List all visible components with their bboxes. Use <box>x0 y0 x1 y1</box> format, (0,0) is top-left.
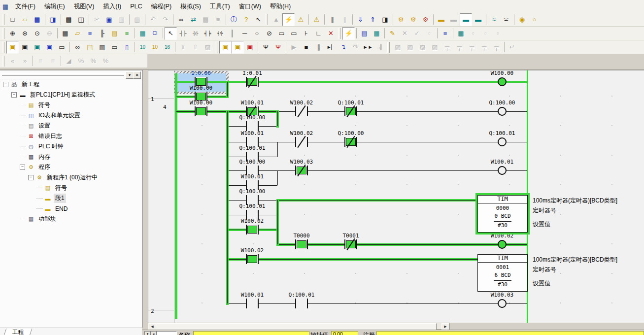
gray-diff-button[interactable]: ▨ <box>202 41 214 54</box>
tr-bit-button[interactable]: ⊦ <box>300 27 312 40</box>
contact-nc-Q10001[interactable] <box>344 106 357 116</box>
tree-drag-handle[interactable] <box>2 73 124 76</box>
ci-view-button[interactable]: CI <box>149 27 161 40</box>
contact-no-Q10000[interactable] <box>246 121 259 131</box>
scroll-left-button[interactable]: ◀ <box>148 323 156 330</box>
print-preview-button[interactable]: ◫ <box>75 13 87 26</box>
scroll-right-button[interactable]: ▶ <box>441 323 449 330</box>
tim-block-0000[interactable]: TIM00000 BCD#30 <box>477 195 528 233</box>
cancel-online-edit-button[interactable]: ⚙ <box>419 13 432 26</box>
expand-toggle[interactable]: − <box>28 175 34 180</box>
contact-nc-W10002[interactable] <box>295 137 308 147</box>
toggle-grid-button[interactable]: ▦ <box>59 27 71 40</box>
delete-line-button[interactable]: ✕ <box>325 27 337 40</box>
set-gray-4-button[interactable]: ▨ <box>429 41 441 54</box>
redo-button[interactable]: ↷ <box>159 13 171 26</box>
window-address-button[interactable]: ▭ <box>56 41 68 54</box>
contact-no-Q10001[interactable] <box>295 299 308 308</box>
edit-gray-2-button[interactable]: ✓ <box>411 27 423 40</box>
indent-button[interactable]: « <box>6 55 19 67</box>
plc-settings-button[interactable]: ▣ <box>232 41 244 54</box>
force-gray-2-button[interactable]: ╤ <box>453 41 466 54</box>
horizontal-line-button[interactable]: ─ <box>238 27 251 40</box>
contact-nc-W10002[interactable] <box>295 106 308 116</box>
align-1-button[interactable]: ≡ <box>34 55 47 67</box>
tree-item-功能块[interactable]: ▦功能块 <box>0 214 142 224</box>
contact-nc-T0001[interactable] <box>344 239 357 249</box>
gray-up-1-button[interactable]: ⇧ <box>177 41 189 54</box>
contact-nc-Q10000[interactable] <box>344 137 357 147</box>
scroll-thumb[interactable] <box>156 323 437 330</box>
set-gray-2-button[interactable]: ▨ <box>404 41 416 54</box>
coil-W10000[interactable] <box>498 77 507 86</box>
pause-monitor-button[interactable]: ∥ <box>326 13 339 26</box>
time-chart-button[interactable]: ≍ <box>500 13 512 26</box>
coil-W10001[interactable] <box>498 166 507 175</box>
tim-block-0001[interactable]: TIM00016 BCD#30 <box>477 254 528 292</box>
data-trace-button[interactable]: ▤ <box>358 27 371 40</box>
zoom-to-selection-button[interactable]: ⊛ <box>19 27 31 40</box>
overview-button[interactable]: ▱ <box>71 27 84 40</box>
send-changes-button[interactable]: ⚙ <box>407 13 419 26</box>
force-gray-3-button[interactable]: ╤ <box>466 41 478 54</box>
signed-decimal-display-button[interactable]: 10 <box>149 41 161 54</box>
zoom-in-button[interactable]: ⊕ <box>6 27 19 40</box>
force-off-button[interactable]: ○ <box>528 13 541 26</box>
coil-button[interactable]: ○ <box>251 27 263 40</box>
scan-run-button[interactable]: →▏ <box>374 41 386 54</box>
monitor-data-button[interactable]: ▦ <box>455 27 467 40</box>
watch-window-2-button[interactable]: ▬ <box>447 13 460 26</box>
toolbar-grip[interactable] <box>387 42 390 53</box>
menu-w[interactable]: 窗口(W) <box>235 1 266 12</box>
toolbar-grip[interactable] <box>2 56 4 67</box>
monitor-mode-button[interactable]: ⚠ <box>295 13 307 26</box>
paste-special-button[interactable]: ▥ <box>131 13 143 26</box>
toolbar-grip[interactable] <box>338 28 340 39</box>
align-2-button[interactable]: ≡ <box>47 55 59 67</box>
watch-window-button[interactable]: ▬ <box>435 13 447 26</box>
tree-item-内存[interactable]: ▦内存 <box>0 152 142 162</box>
menu-plc[interactable]: PLC <box>126 1 146 11</box>
coil-Q10001[interactable] <box>498 137 507 146</box>
tree-item-符号[interactable]: ▤符号 <box>0 183 142 193</box>
compile-button[interactable]: ◨ <box>47 13 59 26</box>
help-button[interactable]: ? <box>240 13 252 26</box>
watch-comment-field[interactable] <box>376 331 644 335</box>
force-on-button[interactable]: ◉ <box>516 13 528 26</box>
vertical-line-button[interactable]: │ <box>226 27 238 40</box>
step-over-button[interactable]: ↷ <box>349 41 362 54</box>
time-chart-monitor-button[interactable]: ▦ <box>371 27 383 40</box>
instruction-box-button[interactable]: ▭ <box>275 27 288 40</box>
window-output-button[interactable]: ▣ <box>19 41 31 54</box>
expand-toggle[interactable]: − <box>11 92 17 98</box>
contact-no-T0000[interactable] <box>295 239 308 249</box>
paste-button[interactable]: ▥ <box>115 13 128 26</box>
transfer-monitor-button[interactable]: ⚠ <box>310 13 323 26</box>
tree-item-段1[interactable]: ▬段1 <box>0 193 142 203</box>
inverted-instruction-button[interactable]: ▭ <box>288 27 300 40</box>
select-tool-button[interactable]: ↖ <box>165 27 177 40</box>
step-run-button[interactable]: ►▏ <box>325 41 337 54</box>
open-button[interactable]: ▱ <box>19 13 31 26</box>
online-edit-button[interactable]: ⚙ <box>395 13 407 26</box>
closed-coil-button[interactable]: ⊘ <box>263 27 275 40</box>
window-project-button[interactable]: ▣ <box>6 41 19 54</box>
step-in-button[interactable]: ↴ <box>337 41 349 54</box>
save-button[interactable]: ▦ <box>31 13 43 26</box>
program-mode-button[interactable]: ▲ <box>270 13 282 26</box>
coil-Q10000[interactable] <box>498 107 507 116</box>
menu-v[interactable]: 视图(V) <box>69 1 99 12</box>
clear-pause-button[interactable]: Ψ <box>272 41 284 54</box>
contact-nc-I001[interactable] <box>246 77 259 87</box>
tree-item-新程序1(00)运行中[interactable]: −⚙新程序1 (00)运行中 <box>0 172 142 183</box>
menu-p[interactable]: 编程(P) <box>146 1 176 12</box>
about-button[interactable]: ⓘ <box>228 13 240 26</box>
plc-memory-button[interactable]: ▣ <box>219 41 232 54</box>
force-gray-4-button[interactable]: ╤ <box>478 41 490 54</box>
io-window-button[interactable]: ▬ <box>472 13 484 26</box>
sim-pause-button[interactable]: ∥ <box>312 41 325 54</box>
local-symbols-button[interactable]: ▤ <box>84 41 96 54</box>
continuous-step-button[interactable]: ►► <box>362 41 374 54</box>
watch-address-field[interactable]: 0.00 <box>331 331 358 335</box>
gray-up-2-button[interactable]: ⇧ <box>189 41 202 54</box>
